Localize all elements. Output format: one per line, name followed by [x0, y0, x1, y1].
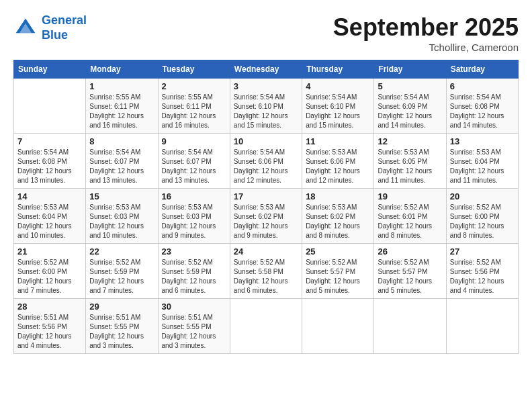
day-info: Sunrise: 5:54 AMSunset: 6:06 PMDaylight:…: [234, 148, 298, 185]
day-info: Sunrise: 5:54 AMSunset: 6:09 PMDaylight:…: [378, 93, 442, 130]
weekday-header-friday: Friday: [374, 60, 446, 79]
day-cell: [230, 299, 302, 354]
day-cell: 20 Sunrise: 5:52 AMSunset: 6:00 PMDaylig…: [446, 189, 518, 244]
day-number: 26: [378, 246, 442, 257]
day-info: Sunrise: 5:53 AMSunset: 6:02 PMDaylight:…: [306, 203, 370, 240]
day-info: Sunrise: 5:52 AMSunset: 5:59 PMDaylight:…: [162, 258, 226, 295]
day-info: Sunrise: 5:54 AMSunset: 6:07 PMDaylight:…: [162, 148, 226, 185]
day-cell: 22 Sunrise: 5:52 AMSunset: 5:59 PMDaylig…: [86, 244, 158, 299]
day-info: Sunrise: 5:53 AMSunset: 6:04 PMDaylight:…: [17, 203, 82, 240]
day-info: Sunrise: 5:53 AMSunset: 6:03 PMDaylight:…: [162, 203, 226, 240]
day-number: 2: [162, 81, 226, 91]
day-info: Sunrise: 5:53 AMSunset: 6:05 PMDaylight:…: [378, 148, 442, 185]
day-info: Sunrise: 5:52 AMSunset: 5:57 PMDaylight:…: [306, 258, 370, 295]
calendar-table: SundayMondayTuesdayWednesdayThursdayFrid…: [13, 60, 519, 354]
day-info: Sunrise: 5:51 AMSunset: 5:56 PMDaylight:…: [17, 313, 82, 351]
day-info: Sunrise: 5:51 AMSunset: 5:55 PMDaylight:…: [89, 313, 154, 351]
day-info: Sunrise: 5:52 AMSunset: 6:01 PMDaylight:…: [378, 203, 442, 240]
day-number: 23: [162, 246, 226, 257]
logo-line2: Blue: [42, 28, 68, 42]
day-cell: 15 Sunrise: 5:53 AMSunset: 6:03 PMDaylig…: [86, 189, 158, 244]
week-row-3: 14 Sunrise: 5:53 AMSunset: 6:04 PMDaylig…: [14, 189, 519, 244]
day-info: Sunrise: 5:52 AMSunset: 5:56 PMDaylight:…: [450, 258, 515, 295]
day-info: Sunrise: 5:55 AMSunset: 6:11 PMDaylight:…: [89, 93, 154, 130]
day-cell: [446, 299, 518, 354]
month-title: September 2025: [333, 13, 519, 42]
day-number: 30: [162, 302, 226, 312]
day-info: Sunrise: 5:52 AMSunset: 6:00 PMDaylight:…: [450, 203, 515, 240]
day-info: Sunrise: 5:54 AMSunset: 6:07 PMDaylight:…: [89, 148, 154, 185]
day-number: 1: [89, 81, 154, 91]
day-cell: 30 Sunrise: 5:51 AMSunset: 5:55 PMDaylig…: [158, 299, 230, 354]
day-cell: 7 Sunrise: 5:54 AMSunset: 6:08 PMDayligh…: [14, 134, 86, 189]
day-cell: [14, 79, 86, 134]
day-cell: 12 Sunrise: 5:53 AMSunset: 6:05 PMDaylig…: [374, 134, 446, 189]
weekday-header-saturday: Saturday: [446, 60, 518, 79]
day-cell: 10 Sunrise: 5:54 AMSunset: 6:06 PMDaylig…: [230, 134, 302, 189]
day-cell: 9 Sunrise: 5:54 AMSunset: 6:07 PMDayligh…: [158, 134, 230, 189]
day-number: 5: [378, 81, 442, 91]
day-info: Sunrise: 5:53 AMSunset: 6:03 PMDaylight:…: [89, 203, 154, 240]
day-number: 29: [89, 302, 154, 312]
day-cell: 21 Sunrise: 5:52 AMSunset: 6:00 PMDaylig…: [14, 244, 86, 299]
weekday-header-tuesday: Tuesday: [158, 60, 230, 79]
day-number: 18: [306, 191, 370, 201]
day-number: 9: [162, 136, 226, 146]
title-block: September 2025 Tchollire, Cameroon: [333, 13, 519, 53]
day-number: 6: [450, 81, 515, 91]
day-cell: 14 Sunrise: 5:53 AMSunset: 6:04 PMDaylig…: [14, 189, 86, 244]
day-cell: 1 Sunrise: 5:55 AMSunset: 6:11 PMDayligh…: [86, 79, 158, 134]
week-row-2: 7 Sunrise: 5:54 AMSunset: 6:08 PMDayligh…: [14, 134, 519, 189]
logo-line1: General: [42, 13, 87, 27]
day-cell: [302, 299, 374, 354]
week-row-5: 28 Sunrise: 5:51 AMSunset: 5:56 PMDaylig…: [14, 299, 519, 354]
day-number: 28: [17, 302, 82, 312]
day-info: Sunrise: 5:54 AMSunset: 6:08 PMDaylight:…: [450, 93, 515, 130]
day-info: Sunrise: 5:54 AMSunset: 6:10 PMDaylight:…: [306, 93, 370, 130]
day-number: 20: [450, 191, 515, 201]
day-info: Sunrise: 5:53 AMSunset: 6:02 PMDaylight:…: [234, 203, 298, 240]
day-info: Sunrise: 5:53 AMSunset: 6:06 PMDaylight:…: [306, 148, 370, 185]
day-cell: 8 Sunrise: 5:54 AMSunset: 6:07 PMDayligh…: [86, 134, 158, 189]
day-number: 14: [17, 191, 82, 201]
day-info: Sunrise: 5:52 AMSunset: 5:59 PMDaylight:…: [89, 258, 154, 295]
day-cell: 5 Sunrise: 5:54 AMSunset: 6:09 PMDayligh…: [374, 79, 446, 134]
day-cell: 11 Sunrise: 5:53 AMSunset: 6:06 PMDaylig…: [302, 134, 374, 189]
day-number: 15: [89, 191, 154, 201]
day-number: 11: [306, 136, 370, 146]
weekday-header-sunday: Sunday: [14, 60, 86, 79]
day-cell: 2 Sunrise: 5:55 AMSunset: 6:11 PMDayligh…: [158, 79, 230, 134]
day-cell: 29 Sunrise: 5:51 AMSunset: 5:55 PMDaylig…: [86, 299, 158, 354]
day-number: 4: [306, 81, 370, 91]
logo-text: General Blue: [42, 13, 87, 42]
day-cell: 13 Sunrise: 5:53 AMSunset: 6:04 PMDaylig…: [446, 134, 518, 189]
day-cell: 16 Sunrise: 5:53 AMSunset: 6:03 PMDaylig…: [158, 189, 230, 244]
day-number: 16: [162, 191, 226, 201]
day-number: 27: [450, 246, 515, 257]
day-info: Sunrise: 5:54 AMSunset: 6:10 PMDaylight:…: [234, 93, 298, 130]
day-cell: 18 Sunrise: 5:53 AMSunset: 6:02 PMDaylig…: [302, 189, 374, 244]
day-cell: 3 Sunrise: 5:54 AMSunset: 6:10 PMDayligh…: [230, 79, 302, 134]
day-number: 25: [306, 246, 370, 257]
day-cell: 28 Sunrise: 5:51 AMSunset: 5:56 PMDaylig…: [14, 299, 86, 354]
day-cell: 19 Sunrise: 5:52 AMSunset: 6:01 PMDaylig…: [374, 189, 446, 244]
day-number: 24: [234, 246, 298, 257]
day-cell: 6 Sunrise: 5:54 AMSunset: 6:08 PMDayligh…: [446, 79, 518, 134]
logo: General Blue: [13, 13, 87, 42]
day-info: Sunrise: 5:54 AMSunset: 6:08 PMDaylight:…: [17, 148, 82, 185]
week-row-4: 21 Sunrise: 5:52 AMSunset: 6:00 PMDaylig…: [14, 244, 519, 299]
day-cell: 23 Sunrise: 5:52 AMSunset: 5:59 PMDaylig…: [158, 244, 230, 299]
day-number: 21: [17, 246, 82, 257]
day-info: Sunrise: 5:52 AMSunset: 5:58 PMDaylight:…: [234, 258, 298, 295]
day-number: 19: [378, 191, 442, 201]
day-number: 17: [234, 191, 298, 201]
day-number: 7: [17, 136, 82, 146]
day-number: 22: [89, 246, 154, 257]
day-cell: 24 Sunrise: 5:52 AMSunset: 5:58 PMDaylig…: [230, 244, 302, 299]
weekday-header-monday: Monday: [86, 60, 158, 79]
day-info: Sunrise: 5:52 AMSunset: 5:57 PMDaylight:…: [378, 258, 442, 295]
day-number: 12: [378, 136, 442, 146]
day-cell: [374, 299, 446, 354]
day-cell: 25 Sunrise: 5:52 AMSunset: 5:57 PMDaylig…: [302, 244, 374, 299]
day-info: Sunrise: 5:53 AMSunset: 6:04 PMDaylight:…: [450, 148, 515, 185]
